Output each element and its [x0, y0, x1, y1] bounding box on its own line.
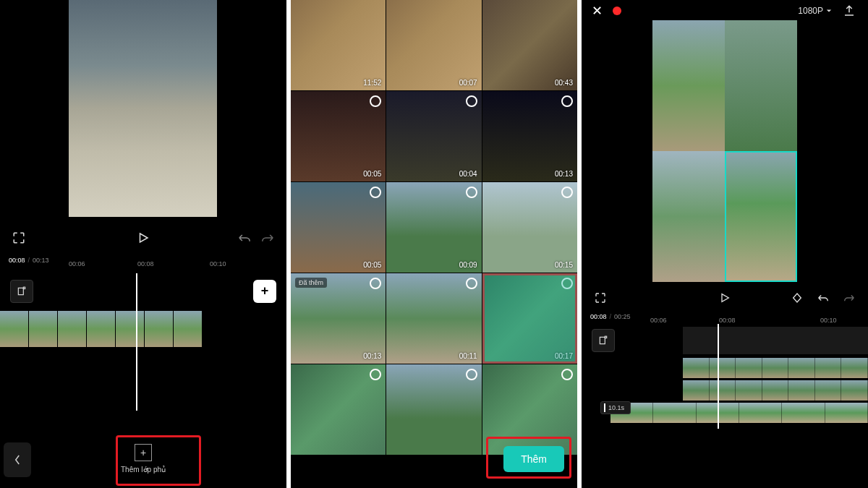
selection-circle[interactable]	[370, 278, 381, 289]
media-thumbnail[interactable]: 00:07	[386, 0, 481, 90]
selection-circle[interactable]	[466, 278, 477, 289]
add-clip-button[interactable]: +	[253, 280, 276, 303]
total-time: 00:13	[33, 257, 49, 264]
media-thumbnail[interactable]: 00:17	[482, 273, 577, 364]
duration-label: 00:04	[459, 170, 477, 178]
selection-circle[interactable]	[466, 369, 477, 380]
media-thumbnail[interactable]: 00:05	[291, 182, 386, 273]
duration-label: 00:09	[459, 261, 477, 269]
plus-icon: +	[135, 444, 152, 461]
editor-screen-1: 00:08 / 00:13 00:06 00:08 00:10 + + Thêm…	[0, 0, 286, 488]
cover-button[interactable]	[592, 329, 615, 352]
current-time: 00:08	[9, 257, 25, 264]
redo-button[interactable]	[259, 229, 276, 247]
media-thumbnail[interactable]: 00:15	[482, 182, 577, 273]
undo-button[interactable]	[814, 289, 832, 307]
add-button[interactable]: Thêm	[503, 446, 564, 472]
cover-button[interactable]	[10, 280, 33, 303]
total-time: 00:25	[614, 313, 631, 320]
playhead[interactable]	[718, 324, 719, 429]
resolution-selector[interactable]: 1080P	[798, 6, 832, 16]
duration-label: 00:07	[459, 79, 477, 87]
media-picker-screen: 11:5200:0700:4300:0500:0400:1300:0500:09…	[291, 0, 577, 488]
track-bg	[683, 327, 868, 354]
export-button[interactable]	[841, 2, 858, 20]
redo-button[interactable]	[841, 289, 858, 307]
overlay-duration-pill[interactable]: 10.1s	[600, 401, 631, 414]
duration-label: 00:05	[363, 170, 381, 178]
media-thumbnail[interactable]	[386, 364, 481, 455]
video-preview[interactable]	[69, 0, 217, 217]
selection-circle[interactable]	[561, 278, 573, 289]
playback-controls	[582, 288, 868, 308]
keyframe-icon[interactable]	[788, 289, 806, 307]
video-preview-grid[interactable]	[652, 20, 797, 282]
media-thumbnail[interactable]	[482, 364, 577, 455]
media-thumbnail[interactable]: 00:04	[386, 91, 481, 181]
duration-label: 00:13	[363, 352, 381, 360]
media-thumbnail[interactable]: 00:13	[482, 91, 577, 181]
selection-circle[interactable]	[370, 187, 381, 198]
media-thumbnail[interactable]	[291, 364, 386, 455]
preview-quadrant-selected[interactable]	[725, 151, 797, 282]
fullscreen-icon[interactable]	[10, 229, 27, 247]
media-thumbnail[interactable]: 00:11	[386, 273, 481, 364]
duration-label: 00:15	[555, 261, 573, 269]
play-button[interactable]	[716, 289, 733, 307]
media-thumbnail[interactable]: 00:43	[482, 0, 577, 90]
selection-circle[interactable]	[466, 187, 477, 198]
selection-circle[interactable]	[370, 369, 381, 380]
play-button[interactable]	[135, 229, 152, 247]
overlay-track-2[interactable]	[582, 380, 868, 401]
playback-controls	[0, 227, 286, 249]
record-indicator	[613, 7, 621, 15]
selection-circle[interactable]	[466, 95, 477, 107]
fullscreen-icon[interactable]	[592, 289, 609, 307]
top-bar: ✕ 1080P	[582, 0, 868, 22]
add-overlay-button[interactable]: + Thêm lớp phủ	[106, 437, 180, 481]
editor-screen-2: ✕ 1080P	[582, 0, 868, 488]
media-thumbnail[interactable]: 11:52	[291, 0, 386, 90]
video-track[interactable]	[0, 311, 203, 347]
svg-rect-3	[605, 336, 606, 338]
duration-label: 00:13	[555, 170, 573, 178]
svg-rect-1	[23, 287, 25, 288]
selection-circle[interactable]	[370, 95, 381, 107]
back-button[interactable]	[4, 442, 31, 477]
selection-circle[interactable]	[561, 369, 573, 380]
duration-label: 00:11	[459, 352, 477, 360]
selection-circle[interactable]	[561, 95, 573, 107]
overlay-track-1[interactable]	[582, 358, 868, 378]
media-thumbnail[interactable]: 00:09	[386, 182, 481, 273]
media-thumbnail[interactable]: 00:13Đã thêm	[291, 273, 386, 364]
preview-quadrant[interactable]	[652, 151, 725, 282]
close-button[interactable]: ✕	[592, 3, 603, 19]
media-grid: 11:5200:0700:4300:0500:0400:1300:0500:09…	[291, 0, 577, 455]
media-thumbnail[interactable]: 00:05	[291, 91, 386, 181]
duration-label: 00:43	[555, 79, 573, 87]
duration-label: 00:17	[555, 352, 573, 360]
current-time: 00:08	[590, 313, 607, 320]
handle-icon	[604, 403, 605, 412]
duration-label: 11:52	[363, 79, 381, 87]
added-tag: Đã thêm	[295, 278, 327, 288]
chevron-down-icon	[826, 8, 832, 14]
preview-quadrant[interactable]	[652, 20, 725, 151]
track-header: +	[582, 327, 868, 354]
preview-quadrant[interactable]	[725, 20, 797, 151]
playhead[interactable]	[136, 273, 137, 411]
duration-label: 00:05	[363, 261, 381, 269]
time-ruler: 00:08 / 00:25 00:06 00:08 00:10	[582, 309, 868, 324]
svg-rect-2	[600, 337, 605, 343]
time-ruler: 00:08 / 00:13 00:06 00:08 00:10	[0, 252, 286, 269]
undo-button[interactable]	[236, 229, 253, 247]
track-header: +	[0, 275, 286, 307]
svg-rect-0	[18, 288, 23, 294]
selection-circle[interactable]	[561, 187, 573, 198]
